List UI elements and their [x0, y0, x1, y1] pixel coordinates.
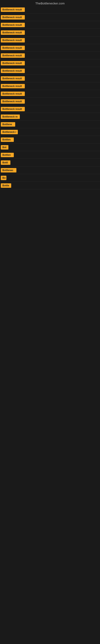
list-item[interactable]: Bottleneck result	[0, 29, 100, 36]
bottleneck-result-badge[interactable]: Bottle	[1, 183, 11, 188]
bottleneck-result-badge[interactable]: Bottleneck result	[1, 53, 25, 58]
bottleneck-result-badge[interactable]: Bot	[1, 145, 8, 150]
bottleneck-result-badge[interactable]: Bottleneck result	[1, 99, 25, 104]
site-header: TheBottlenecker.com	[0, 0, 100, 6]
list-item[interactable]: Bottle	[0, 182, 100, 190]
list-item[interactable]: Bottleneck result	[0, 82, 100, 90]
list-item[interactable]: Bottlen	[0, 136, 100, 144]
list-item[interactable]: Bottleneck result	[0, 105, 100, 113]
list-item[interactable]: Bottleneck result	[0, 75, 100, 82]
list-item[interactable]: Bottleneck result	[0, 44, 100, 52]
bottleneck-result-badge[interactable]: Bottleneck result	[1, 38, 25, 42]
site-title: TheBottlenecker.com	[35, 2, 65, 5]
bottleneck-result-badge[interactable]: Bottleneck result	[1, 30, 25, 35]
list-item[interactable]: Bottleneck result	[0, 59, 100, 67]
list-item[interactable]: Bottleneck result	[0, 90, 100, 98]
bottleneck-result-badge[interactable]: Bottleneck result	[1, 46, 25, 50]
bottleneck-result-badge[interactable]: Bottleneck result	[1, 69, 25, 73]
bottleneck-result-badge[interactable]: Bo	[1, 176, 6, 180]
bottleneck-result-badge[interactable]: Bottleneck result	[1, 15, 25, 20]
list-item[interactable]: Bottleneck result	[0, 21, 100, 29]
list-item[interactable]: Bottlene	[0, 120, 100, 128]
list-item[interactable]: Bo	[0, 174, 100, 182]
bottleneck-result-badge[interactable]: Bottlen	[1, 153, 14, 157]
bottleneck-result-badge[interactable]: Bottleneck result	[1, 8, 25, 12]
list-item[interactable]: Bottleneck result	[0, 67, 100, 75]
list-item[interactable]: Bottleneck result	[0, 6, 100, 14]
list-item[interactable]: Bottleneck result	[0, 36, 100, 44]
list-item[interactable]: Bottleneck result	[0, 52, 100, 59]
bottleneck-result-badge[interactable]: Bottleneck r	[1, 130, 18, 134]
list-item[interactable]: Bottlen	[0, 151, 100, 159]
list-item[interactable]: Bottleneck result	[0, 98, 100, 105]
bottleneck-result-badge[interactable]: Bottleneck result	[1, 23, 25, 27]
results-list: Bottleneck resultBottleneck resultBottle…	[0, 6, 100, 190]
bottleneck-result-badge[interactable]: Bottlene	[1, 122, 15, 126]
bottleneck-result-badge[interactable]: Bottleneck result	[1, 92, 25, 96]
list-item[interactable]: Bottlenec	[0, 166, 100, 174]
list-item[interactable]: Bottleneck r	[0, 128, 100, 136]
bottleneck-result-badge[interactable]: Bottleneck result	[1, 107, 25, 111]
list-item[interactable]: Bottleneck result	[0, 14, 100, 21]
list-item[interactable]: Bot	[0, 144, 100, 151]
bottleneck-result-badge[interactable]: Bottleneck result	[1, 76, 25, 81]
bottleneck-result-badge[interactable]: Bottleneck result	[1, 61, 25, 66]
bottleneck-result-badge[interactable]: Bottlenec	[1, 168, 16, 172]
list-item[interactable]: Bottleneck re	[0, 113, 100, 120]
bottleneck-result-badge[interactable]: Bottlen	[1, 138, 14, 142]
bottleneck-result-badge[interactable]: Bottl	[1, 160, 10, 165]
list-item[interactable]: Bottl	[0, 159, 100, 166]
bottleneck-result-badge[interactable]: Bottleneck result	[1, 84, 25, 88]
bottleneck-result-badge[interactable]: Bottleneck re	[1, 114, 20, 119]
